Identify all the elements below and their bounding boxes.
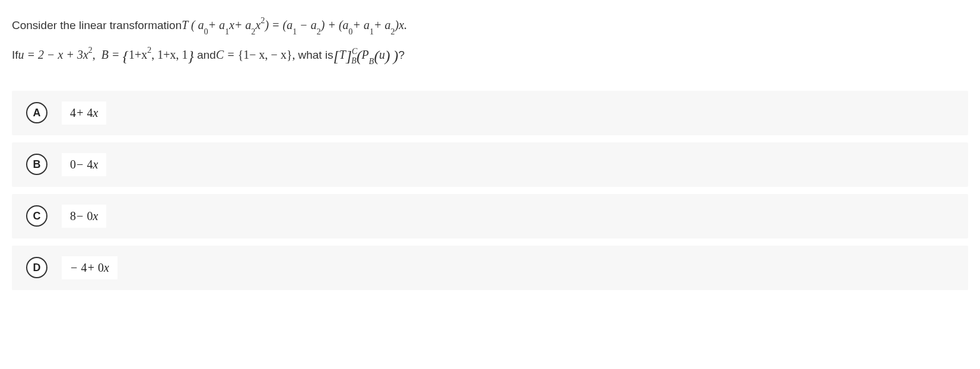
answer-option-a[interactable]: A 4+ 4x [12, 91, 968, 135]
option-content-c: 8− 0x [62, 205, 106, 228]
option-letter-b: B [26, 154, 47, 175]
prefix-text-2: If [12, 49, 18, 61]
mid-text-2: what is [298, 49, 333, 61]
option-letter-a: A [26, 102, 47, 123]
answer-option-b[interactable]: B 0− 4x [12, 142, 968, 187]
problem-line-2: Ifu = 2 − x + 3x2, B = {1+x2, 1+x, 1} an… [12, 39, 968, 73]
mid-text-1: and [197, 49, 216, 61]
option-letter-c: C [26, 205, 47, 227]
option-content-a: 4+ 4x [62, 101, 106, 125]
prefix-text-1: Consider the linear transformation [12, 19, 182, 31]
answer-options-list: A 4+ 4x B 0− 4x C 8− 0x D − 4+ 0x [12, 91, 968, 290]
problem-statement: Consider the linear transformationT ( a0… [12, 12, 968, 73]
option-content-b: 0− 4x [62, 153, 106, 176]
option-letter-d: D [26, 257, 47, 278]
answer-option-c[interactable]: C 8− 0x [12, 194, 968, 238]
option-content-d: − 4+ 0x [62, 256, 117, 279]
problem-line-1: Consider the linear transformationT ( a0… [12, 12, 968, 39]
answer-option-d[interactable]: D − 4+ 0x [12, 246, 968, 290]
